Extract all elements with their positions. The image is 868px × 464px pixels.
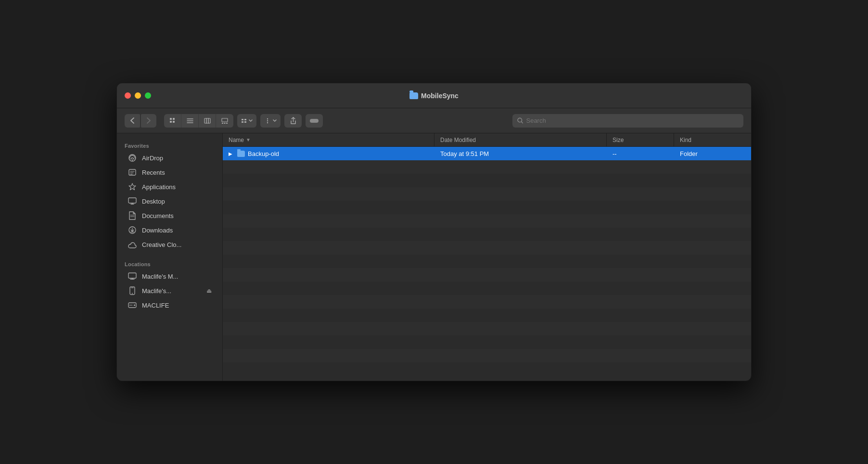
- svg-line-23: [522, 122, 523, 123]
- minimize-button[interactable]: [135, 92, 141, 99]
- desktop-icon: [128, 196, 137, 206]
- file-kind-cell: Folder: [674, 147, 751, 160]
- close-button[interactable]: [125, 92, 131, 99]
- empty-row: [223, 255, 751, 268]
- svg-rect-17: [244, 121, 246, 123]
- sidebar-item-documents[interactable]: Documents: [120, 208, 219, 223]
- view-mode-buttons: [164, 114, 233, 128]
- window-title-area: MobileSync: [409, 92, 459, 100]
- svg-rect-13: [226, 123, 228, 124]
- col-header-name[interactable]: Name ▼: [223, 133, 434, 146]
- sidebar: Favorites AirDrop: [117, 133, 223, 381]
- gallery-view-button[interactable]: [216, 114, 233, 128]
- locations-section-title: Locations: [117, 258, 222, 269]
- sidebar-item-maclife-drive[interactable]: MACLIFE: [120, 298, 219, 312]
- table-row[interactable]: ▶ Backup-old Today at 9:51 PM -- Folder: [223, 147, 751, 160]
- window-title: MobileSync: [421, 92, 459, 100]
- empty-row: [223, 309, 751, 322]
- column-view-button[interactable]: [199, 114, 216, 128]
- svg-rect-9: [204, 118, 210, 123]
- file-kind: Folder: [680, 150, 698, 157]
- empty-row: [223, 187, 751, 201]
- phone-icon: [128, 286, 137, 296]
- empty-row: [223, 295, 751, 309]
- svg-point-45: [134, 305, 135, 306]
- file-date: Today at 9:51 PM: [440, 150, 489, 157]
- file-date-cell: Today at 9:51 PM: [434, 147, 607, 160]
- sidebar-item-label: AirDrop: [142, 155, 163, 162]
- empty-row: [223, 335, 751, 349]
- creative-cloud-icon: [128, 240, 137, 249]
- sidebar-item-desktop[interactable]: Desktop: [120, 194, 219, 208]
- search-input[interactable]: [526, 117, 739, 124]
- action-button[interactable]: [260, 114, 281, 128]
- sidebar-item-recents[interactable]: Recents: [120, 165, 219, 180]
- sidebar-item-creative-cloud[interactable]: Creative Clo...: [120, 237, 219, 252]
- back-button[interactable]: [125, 114, 140, 128]
- sidebar-item-label: Desktop: [142, 198, 165, 205]
- svg-rect-14: [242, 119, 243, 120]
- sidebar-item-downloads[interactable]: Downloads: [120, 223, 219, 237]
- nav-buttons: [125, 114, 156, 128]
- toolbar: [117, 108, 751, 133]
- empty-row: [223, 349, 751, 362]
- svg-rect-21: [310, 119, 319, 123]
- sidebar-item-label: Maclife's M...: [142, 273, 178, 280]
- downloads-icon: [128, 225, 137, 235]
- col-header-date[interactable]: Date Modified: [434, 133, 607, 146]
- sidebar-item-label: Downloads: [142, 227, 173, 234]
- forward-button[interactable]: [141, 114, 156, 128]
- share-button[interactable]: [284, 114, 302, 128]
- sidebar-item-label: Maclife's...: [142, 287, 171, 295]
- empty-row: [223, 241, 751, 255]
- sidebar-item-label: Applications: [142, 183, 176, 191]
- svg-rect-1: [173, 118, 175, 120]
- folder-icon: [237, 151, 245, 157]
- svg-point-19: [267, 118, 268, 119]
- computer-icon: [128, 271, 137, 281]
- svg-point-42: [132, 293, 133, 294]
- column-headers: Name ▼ Date Modified Size Kind: [223, 133, 751, 147]
- recents-icon: [128, 168, 137, 177]
- svg-rect-3: [173, 121, 175, 123]
- svg-rect-15: [244, 119, 246, 120]
- empty-row: [223, 268, 751, 282]
- search-icon: [517, 117, 523, 124]
- icon-view-button[interactable]: [164, 114, 181, 128]
- list-view-button[interactable]: [181, 114, 199, 128]
- expand-arrow-icon[interactable]: ▶: [229, 151, 234, 156]
- maximize-button[interactable]: [145, 92, 151, 99]
- svg-rect-10: [222, 118, 228, 122]
- drive-icon: [128, 300, 137, 310]
- eject-icon[interactable]: ⏏: [206, 287, 212, 294]
- empty-row: [223, 160, 751, 174]
- sidebar-item-airdrop[interactable]: AirDrop: [120, 151, 219, 165]
- sidebar-item-label: Documents: [142, 212, 174, 219]
- col-header-kind[interactable]: Kind: [674, 133, 751, 146]
- svg-rect-30: [128, 198, 136, 203]
- col-header-size[interactable]: Size: [607, 133, 674, 146]
- svg-rect-16: [242, 121, 243, 123]
- search-bar: [512, 114, 743, 128]
- traffic-lights: [125, 92, 151, 99]
- svg-point-18: [267, 120, 268, 121]
- empty-row: [223, 322, 751, 335]
- sidebar-item-applications[interactable]: Applications: [120, 180, 219, 194]
- sidebar-item-maclife-phone[interactable]: Maclife's... ⏏: [120, 284, 219, 298]
- sidebar-item-maclife-mac[interactable]: Maclife's M...: [120, 269, 219, 284]
- applications-icon: [128, 182, 137, 192]
- file-size-cell: --: [607, 147, 674, 160]
- file-name-cell: ▶ Backup-old: [223, 147, 434, 160]
- empty-row: [223, 228, 751, 241]
- titlebar: MobileSync: [117, 83, 751, 108]
- empty-row: [223, 174, 751, 187]
- empty-row: [223, 282, 751, 295]
- group-by-button[interactable]: [237, 114, 256, 128]
- svg-rect-38: [128, 273, 136, 278]
- airdrop-icon: [128, 153, 137, 163]
- svg-point-25: [132, 159, 133, 160]
- file-name: Backup-old: [248, 150, 279, 157]
- tag-button[interactable]: [306, 114, 323, 128]
- svg-point-20: [267, 122, 268, 123]
- empty-row: [223, 201, 751, 214]
